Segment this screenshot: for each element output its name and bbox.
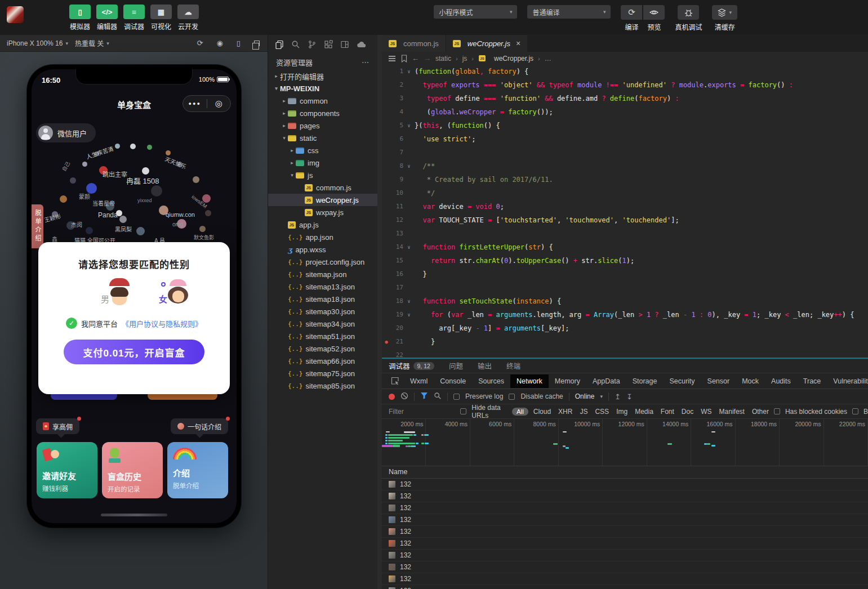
devtools-tab-Memory[interactable]: Memory xyxy=(549,374,586,388)
breakpoint-gutter[interactable] xyxy=(382,200,391,213)
home-capsule-icon[interactable]: ◎ xyxy=(207,99,231,109)
device-frame-icon[interactable]: ▯ xyxy=(237,39,241,47)
breakpoint-gutter[interactable] xyxy=(382,173,391,186)
fold-icon[interactable]: ∨ xyxy=(403,159,415,173)
preserve-log-checkbox[interactable] xyxy=(453,394,460,400)
filter-all[interactable]: All xyxy=(512,408,528,416)
devtools-tab-Trace[interactable]: Trace xyxy=(797,374,827,388)
filter-input[interactable]: Filter xyxy=(389,408,455,416)
mode-select[interactable]: 小程序模式 ▾ xyxy=(434,5,517,19)
cloud-icon[interactable] xyxy=(357,41,367,48)
breakpoint-gutter[interactable] xyxy=(382,132,391,146)
breakpoint-gutter[interactable] xyxy=(382,308,391,322)
breakpoint-gutter[interactable]: ● xyxy=(382,335,391,349)
toolbar-button-可视化[interactable]: ▦可视化 xyxy=(148,5,175,31)
pay-button[interactable]: 支付0.01元，开启盲盒 xyxy=(64,340,204,364)
bookmark-icon[interactable] xyxy=(401,55,407,63)
tree-item-sitemap34.json[interactable]: {..}sitemap34.json xyxy=(268,318,377,330)
import-har-icon[interactable]: ↥ xyxy=(615,392,621,401)
breakpoint-gutter[interactable] xyxy=(382,146,391,159)
tree-item-img[interactable]: ▸img xyxy=(268,157,377,169)
tab-wecropper-js[interactable]: JS weCropper.js × xyxy=(446,35,527,52)
outline-icon[interactable] xyxy=(389,58,395,59)
breakpoint-gutter[interactable] xyxy=(382,105,391,119)
agree-checkbox[interactable]: ✓ xyxy=(66,318,77,329)
blocked-requests-checkbox[interactable] xyxy=(852,408,858,414)
search-icon[interactable] xyxy=(291,40,300,49)
tree-item-app.json[interactable]: {..}app.json xyxy=(268,231,377,243)
network-request-row[interactable]: 132 xyxy=(382,479,868,490)
name-column-header[interactable]: Name xyxy=(382,466,868,479)
devtools-tab-Vulnerability[interactable]: Vulnerability xyxy=(827,374,868,388)
files-icon[interactable] xyxy=(275,40,284,49)
tree-item-MP-WEIXIN[interactable]: ▾MP-WEIXIN xyxy=(268,82,377,95)
tree-item-js[interactable]: ▾js xyxy=(268,169,377,181)
panel-tab-问题[interactable]: 问题 xyxy=(449,360,463,371)
network-request-row[interactable]: 132 xyxy=(382,561,868,573)
source-control-icon[interactable] xyxy=(308,40,317,49)
filter-type-CSS[interactable]: CSS xyxy=(595,408,609,416)
filter-type-Cloud[interactable]: Cloud xyxy=(533,408,551,416)
tree-item-components[interactable]: ▸components xyxy=(268,107,377,119)
filter-type-JS[interactable]: JS xyxy=(580,408,587,416)
breadcrumb-js[interactable]: js xyxy=(462,55,468,63)
breadcrumb-static[interactable]: static xyxy=(435,55,451,63)
breakpoint-gutter[interactable] xyxy=(382,119,391,132)
record-screen-icon[interactable]: ◉ xyxy=(217,39,223,47)
record-icon[interactable] xyxy=(389,394,395,400)
breakpoint-gutter[interactable] xyxy=(382,227,391,240)
disable-cache-checkbox[interactable] xyxy=(509,394,515,400)
throttle-select[interactable]: Online xyxy=(575,392,595,400)
network-request-row[interactable]: 132 xyxy=(382,573,868,585)
tree-item-css[interactable]: ▸css xyxy=(268,144,377,157)
card-introduction[interactable]: 介绍 脱单介绍 xyxy=(167,442,228,498)
fold-icon[interactable]: ∨ xyxy=(403,294,415,308)
tree-item-sitemap75.json[interactable]: {..}sitemap75.json xyxy=(268,367,377,380)
network-request-row[interactable]: 132 xyxy=(382,490,868,502)
breakpoint-gutter[interactable] xyxy=(382,186,391,200)
filter-type-Font[interactable]: Font xyxy=(661,408,674,416)
editor-layout-icon[interactable] xyxy=(340,40,349,49)
devtools-tab-Console[interactable]: Console xyxy=(434,374,472,388)
device-debug-button[interactable]: 真机调试 xyxy=(675,5,702,32)
breakpoint-gutter[interactable] xyxy=(382,92,391,105)
tree-item-sitemap85.json[interactable]: {..}sitemap85.json xyxy=(268,380,377,392)
inspect-element-icon[interactable] xyxy=(391,377,399,385)
tab-common-js[interactable]: JS common.js xyxy=(382,35,446,52)
commission-badge[interactable]: 享高佣 xyxy=(36,418,79,434)
back-icon[interactable]: ← xyxy=(412,54,419,63)
toolbar-button-云开发[interactable]: ☁云开发 xyxy=(175,5,202,31)
tree-item-pages[interactable]: ▸pages xyxy=(268,119,377,132)
devtools-tab-Security[interactable]: Security xyxy=(663,374,701,388)
devtools-tab-Wxml[interactable]: Wxml xyxy=(404,374,434,388)
tree-item-sitemap52.json[interactable]: {..}sitemap52.json xyxy=(268,342,377,355)
filter-type-WS[interactable]: WS xyxy=(701,408,711,416)
app-logo[interactable] xyxy=(7,6,24,23)
export-har-icon[interactable]: ↧ xyxy=(626,392,633,401)
side-tab-intro[interactable]: 脱单介绍 xyxy=(32,204,43,248)
tree-item-common[interactable]: ▸common xyxy=(268,95,377,107)
breakpoint-gutter[interactable] xyxy=(382,322,391,335)
tree-item-sitemap13.json[interactable]: {..}sitemap13.json xyxy=(268,280,377,293)
network-request-row[interactable]: 132 xyxy=(382,550,868,561)
breakpoint-gutter[interactable] xyxy=(382,267,391,281)
breakpoint-gutter[interactable] xyxy=(382,254,391,267)
preview-button[interactable]: 预览 xyxy=(643,5,665,32)
filter-type-Doc[interactable]: Doc xyxy=(682,408,693,416)
tree-item-sitemap30.json[interactable]: {..}sitemap30.json xyxy=(268,305,377,318)
network-request-row[interactable]: 132 xyxy=(382,502,868,514)
hide-data-urls-checkbox[interactable] xyxy=(460,408,466,414)
fold-icon[interactable]: ∨ xyxy=(403,65,415,78)
clear-icon[interactable] xyxy=(400,392,408,401)
filter-type-Media[interactable]: Media xyxy=(635,408,653,416)
close-icon[interactable]: × xyxy=(516,39,520,48)
forward-icon[interactable]: → xyxy=(424,54,431,63)
devtools-tab-Mock[interactable]: Mock xyxy=(736,374,765,388)
devtools-tab-Network[interactable]: Network xyxy=(510,374,549,388)
blocked-cookies-checkbox[interactable] xyxy=(774,408,780,414)
compile-button[interactable]: ⟳ 编译 xyxy=(621,5,642,32)
compile-mode-select[interactable]: 普通编译 ▾ xyxy=(527,5,611,19)
breadcrumb-file[interactable]: weCropper.js xyxy=(494,55,533,63)
network-request-row[interactable]: 132 xyxy=(382,514,868,526)
pane-divider[interactable] xyxy=(377,35,382,589)
